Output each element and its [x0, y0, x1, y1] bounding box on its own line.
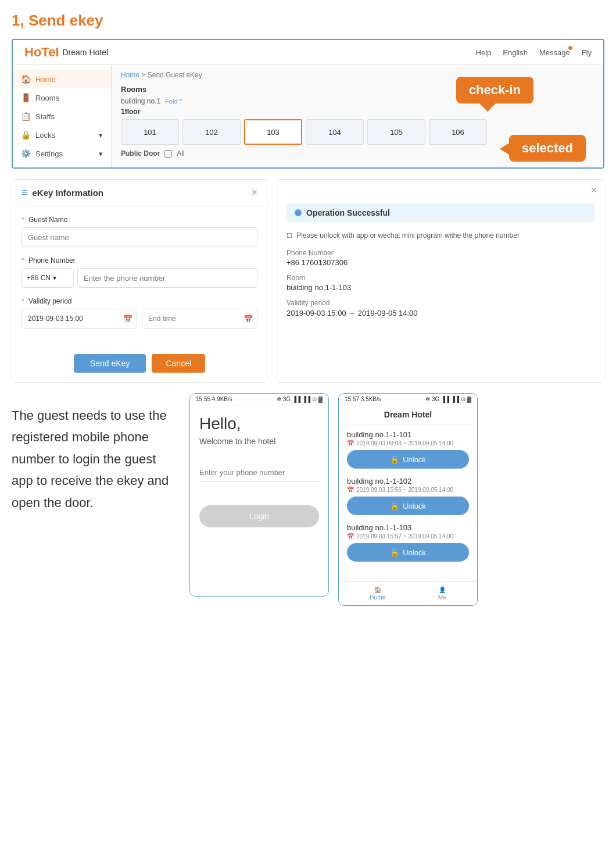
login-status-bar: 15:55 4.9KB/s ✲ 3G ▐▐ ▐▐ ⊙ ▓	[190, 394, 328, 405]
hotel-app-room-3: building no.1-1-103 📅 2019.09.03 15:57 ~…	[347, 523, 469, 562]
room-103[interactable]: 103	[244, 119, 302, 145]
breadcrumb-separator: >	[141, 71, 145, 79]
guest-name-group: * Guest Name	[22, 216, 257, 247]
hotel-body: 🏠 Home 🚪 Rooms 📋 Staffs 🔒 Locks ▾ ⚙️ Set…	[13, 65, 603, 167]
success-room-value: building no.1-1-103	[286, 283, 594, 292]
hotel-room-2-dates: 📅 2019.09.03 15:56 ~ 2019.09.05 14:00	[347, 487, 469, 493]
sidebar-settings-label: Settings	[35, 149, 63, 158]
hotel-app-room-2: building no.1-1-102 📅 2019.09.03 15:56 ~…	[347, 477, 469, 515]
login-status-left: 15:55 4.9KB/s	[196, 396, 232, 402]
nav-fly[interactable]: Fly	[582, 48, 592, 57]
end-date-input[interactable]	[142, 309, 257, 328]
success-info-text: ☐ Please unlock with app or wechat mini …	[286, 230, 594, 241]
hotel-status-left: 15:57 3.5KB/s	[345, 396, 381, 402]
sidebar-item-settings[interactable]: ⚙️ Settings ▾	[13, 144, 111, 163]
room-102[interactable]: 102	[182, 119, 241, 145]
footer-home-icon: 🏠	[374, 587, 381, 593]
unlock-icon-3: 🔓	[390, 548, 399, 557]
calendar-icon-2: 📅	[347, 487, 354, 493]
hotel-sidebar: 🏠 Home 🚪 Rooms 📋 Staffs 🔒 Locks ▾ ⚙️ Set…	[13, 65, 112, 167]
all-checkbox[interactable]	[164, 150, 172, 158]
start-date-wrapper: 📅	[22, 309, 137, 328]
footer-home-tab[interactable]: 🏠 Home	[370, 587, 385, 601]
hotel-room-1-dates: 📅 2019.09.03 09:08 ~ 2019.09.05 14:00	[347, 440, 469, 447]
success-validity-value: 2019-09-03 15:00 ～ 2019-09-05 14:00	[286, 308, 594, 319]
ekey-form-body: * Guest Name * Phone Number +86 CN ▾	[12, 206, 267, 347]
message-badge	[568, 46, 572, 50]
ekey-form-title: eKey Information	[33, 188, 104, 198]
hotel-app-room-1: building no.1-1-101 📅 2019.09.03 09:08 ~…	[347, 430, 469, 469]
phone-login-button[interactable]: Login	[199, 505, 319, 527]
home-icon: 🏠	[21, 74, 31, 84]
phone-section: The guest needs to use the registered mo…	[12, 393, 604, 606]
hotel-logo: HoTeI Dream Hotel	[24, 45, 108, 60]
hotel-status-right: ✲ 3G ▐▐ ▐▐ ⊙ ▓	[425, 396, 471, 402]
login-app-mockup: 15:55 4.9KB/s ✲ 3G ▐▐ ▐▐ ⊙ ▓ Hello, Welc…	[189, 393, 329, 597]
success-modal: × Operation Successful ☐ Please unlock w…	[277, 179, 604, 383]
sidebar-item-home[interactable]: 🏠 Home	[13, 70, 111, 88]
hotel-logo-icon: HoTeI	[24, 45, 59, 60]
checkin-callout: check-in	[456, 77, 533, 103]
calendar-icon-1: 📅	[347, 440, 354, 447]
phone-country-value: +86 CN	[27, 274, 51, 282]
sidebar-rooms-label: Rooms	[35, 94, 59, 102]
settings-chevron: ▾	[99, 149, 103, 158]
start-calendar-icon: 📅	[123, 315, 132, 323]
login-status-right: ✲ 3G ▐▐ ▐▐ ⊙ ▓	[277, 396, 323, 402]
breadcrumb-home[interactable]: Home	[121, 71, 139, 79]
guest-name-input[interactable]	[22, 227, 257, 247]
success-banner: Operation Successful	[286, 203, 594, 222]
hotel-app-body: building no.1-1-101 📅 2019.09.03 09:08 ~…	[339, 424, 477, 576]
validity-row: 📅 📅	[22, 309, 257, 328]
checkbox-icon: ☐	[286, 232, 292, 239]
success-text: Operation Successful	[306, 208, 390, 217]
ekey-close-button[interactable]: ×	[251, 187, 257, 199]
room-106[interactable]: 106	[429, 119, 487, 145]
hotel-room-3-dates: 📅 2019.09.03 15:57 ~ 2019.09.05 14:00	[347, 533, 469, 540]
unlock-button-2[interactable]: 🔓 Unlock	[347, 497, 469, 515]
success-validity-row: Validity period 2019-09-03 15:00 ～ 2019-…	[286, 299, 594, 319]
phone-login-input[interactable]	[199, 463, 319, 482]
room-101[interactable]: 101	[121, 119, 179, 145]
staffs-icon: 📋	[21, 112, 31, 121]
success-room-row: Room building no.1-1-103	[286, 274, 594, 292]
success-body: Operation Successful ☐ Please unlock wit…	[277, 197, 604, 337]
phone-number-input[interactable]	[77, 268, 257, 288]
unlock-button-1[interactable]: 🔓 Unlock	[347, 450, 469, 469]
selected-callout: selected	[509, 135, 586, 162]
cancel-button[interactable]: Cancel	[152, 354, 205, 373]
sidebar-item-locks[interactable]: 🔒 Locks ▾	[13, 126, 111, 144]
guest-name-label: * Guest Name	[22, 216, 257, 224]
sidebar-item-staffs[interactable]: 📋 Staffs	[13, 107, 111, 126]
floor-label: 1floor	[121, 108, 594, 116]
nav-message[interactable]: Message	[539, 48, 570, 57]
sidebar-home-label: Home	[35, 75, 56, 84]
start-date-input[interactable]	[22, 309, 137, 328]
send-ekey-button[interactable]: Send eKey	[74, 354, 146, 373]
guest-description: The guest needs to use the registered mo…	[12, 393, 180, 513]
room-104[interactable]: 104	[306, 119, 364, 145]
validity-group: * Validity period 📅 📅	[22, 297, 257, 328]
end-calendar-icon: 📅	[243, 315, 253, 323]
unlock-icon-1: 🔓	[390, 455, 399, 464]
hotel-app-mockup: 15:57 3.5KB/s ✲ 3G ▐▐ ▐▐ ⊙ ▓ Dream Hotel…	[338, 393, 478, 606]
ekey-form-footer: Send eKey Cancel	[12, 347, 267, 382]
phone-group: * Phone Number +86 CN ▾	[22, 256, 257, 288]
locks-icon: 🔒	[21, 130, 31, 140]
nav-language[interactable]: English	[503, 48, 528, 57]
phone-input-row: +86 CN ▾	[22, 268, 257, 288]
nav-help[interactable]: Help	[476, 48, 492, 57]
room-105[interactable]: 105	[367, 119, 425, 145]
public-door-label: Public Door	[121, 149, 160, 158]
success-phone-value: +86 17601307306	[286, 258, 594, 267]
success-close-button[interactable]: ×	[590, 184, 597, 197]
sidebar-item-rooms[interactable]: 🚪 Rooms	[13, 88, 111, 107]
login-phone-body: Hello, Welcome to the hotel Login	[190, 405, 328, 537]
footer-me-tab[interactable]: 👤 Me	[438, 587, 446, 601]
success-phone-label: Phone Number	[286, 249, 594, 257]
fold-link[interactable]: Fold ^	[165, 98, 182, 105]
phone-country-selector[interactable]: +86 CN ▾	[22, 268, 74, 288]
hotel-main: Home > Send Guest eKey check-in Rooms bu…	[112, 65, 603, 167]
ekey-form-header: ≡ eKey Information ×	[12, 180, 267, 206]
unlock-button-3[interactable]: 🔓 Unlock	[347, 543, 469, 562]
